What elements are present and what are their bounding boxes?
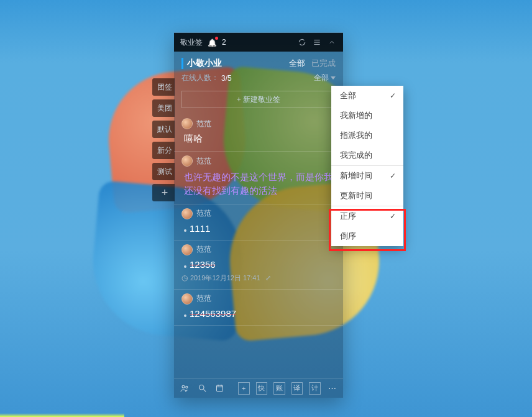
category-tab[interactable]: 默认 <box>152 121 175 138</box>
author-name: 范范 <box>196 156 211 167</box>
header-row: 小敬小业 全部 已完成 <box>174 52 343 71</box>
dropdown-item-label: 指派我的 <box>340 130 372 141</box>
avatar <box>181 208 193 219</box>
note-body: 124563987 <box>181 308 336 319</box>
note-item[interactable]: 范范123562019年12月12日 17:41⤢ <box>174 241 343 290</box>
filter-dropdown-menu: 全部✓我新增的指派我的我完成的新增时间✓更新时间正序✓倒序 <box>331 86 403 246</box>
note-item[interactable]: 范范124563987 <box>174 290 343 326</box>
svg-line-6 <box>203 389 206 392</box>
online-label: 在线人数： <box>181 73 219 83</box>
note-body: 嘻哈 <box>181 133 336 145</box>
tab-all[interactable]: 全部 <box>289 58 305 69</box>
note-body: 12356 <box>181 259 336 270</box>
category-tab[interactable]: 美团 <box>152 99 175 117</box>
new-note-label: + 新建敬业签 <box>237 94 280 105</box>
filter-label: 全部 <box>314 73 329 83</box>
team-name: 小敬小业 <box>181 58 222 69</box>
more-icon[interactable] <box>327 382 338 395</box>
author-name: 范范 <box>196 293 211 304</box>
expand-icon[interactable]: ⤢ <box>265 274 271 282</box>
note-author-row: 范范 <box>181 293 336 305</box>
category-tab[interactable]: 团签 <box>152 78 175 96</box>
search-icon[interactable] <box>196 382 208 395</box>
dropdown-group: 新增时间✓更新时间 <box>331 165 403 206</box>
app-titlebar: 敬业签 2 <box>174 33 343 52</box>
svg-point-5 <box>200 385 204 390</box>
avatar <box>181 155 193 167</box>
dropdown-item[interactable]: 指派我的 <box>331 126 403 145</box>
author-name: 范范 <box>196 119 211 129</box>
dropdown-item[interactable]: 更新时间 <box>331 186 403 206</box>
add-category-tab[interactable]: + <box>152 184 175 201</box>
avatar <box>181 293 193 305</box>
check-icon: ✓ <box>390 212 396 221</box>
note-author-row: 范范 <box>181 208 336 219</box>
dropdown-group: 正序✓倒序 <box>331 206 403 246</box>
caret-down-icon <box>331 76 336 80</box>
footer-toolbar: + 快账译计 <box>174 378 343 398</box>
note-timestamp: 2019年12月12日 17:41⤢ <box>181 273 336 283</box>
category-tab[interactable]: 测试 <box>152 163 175 180</box>
check-icon: ✓ <box>390 91 396 100</box>
svg-rect-7 <box>217 385 223 391</box>
notification-icon[interactable] <box>208 38 217 47</box>
category-tab[interactable]: 新分 <box>152 142 175 159</box>
dropdown-item-label: 倒序 <box>340 231 356 242</box>
author-name: 范范 <box>196 208 211 219</box>
note-body: 1111 <box>181 223 336 234</box>
app-title: 敬业签 <box>180 37 203 48</box>
bullet-dot-icon <box>184 314 186 317</box>
dropdown-item[interactable]: 新增时间✓ <box>331 166 403 186</box>
bullet-dot-icon <box>184 229 186 232</box>
collapse-icon[interactable] <box>327 37 337 47</box>
note-author-row: 范范 <box>181 118 336 129</box>
note-item[interactable]: 范范也许无趣的不是这个世界，而是你我还没有找到有趣的活法 <box>174 152 343 204</box>
footer-box-计[interactable]: 计 <box>309 382 321 395</box>
note-item[interactable]: 范范嘻哈 <box>174 114 343 152</box>
add-box-icon[interactable]: + <box>238 382 250 395</box>
author-name: 范范 <box>196 244 211 255</box>
svg-point-4 <box>186 386 188 388</box>
avatar <box>181 118 193 129</box>
note-body: 也许无趣的不是这个世界，而是你我还没有找到有趣的活法 <box>181 170 336 198</box>
dropdown-item[interactable]: 正序✓ <box>331 206 403 226</box>
menu-icon[interactable] <box>312 37 322 47</box>
dropdown-item-label: 我完成的 <box>340 150 372 161</box>
app-window: 敬业签 2 小敬小业 全部 已完成 在线人数： 3/5 全部 + 新建敬业签 范… <box>174 32 343 398</box>
clock-icon <box>181 273 188 282</box>
dropdown-item[interactable]: 我新增的 <box>331 106 403 126</box>
dropdown-item-label: 更新时间 <box>340 190 372 201</box>
dropdown-item[interactable]: 全部✓ <box>331 86 403 106</box>
notification-count: 2 <box>222 38 226 47</box>
bullet-dot-icon <box>184 265 186 268</box>
dropdown-item-label: 新增时间 <box>340 170 372 181</box>
calendar-icon[interactable] <box>214 382 226 395</box>
footer-box-译[interactable]: 译 <box>291 382 303 395</box>
svg-point-3 <box>182 385 185 388</box>
category-tabs: 团签美团默认新分测试+ <box>152 78 175 201</box>
dropdown-item-label: 我新增的 <box>340 110 372 121</box>
dropdown-item-label: 正序 <box>340 211 356 222</box>
check-icon: ✓ <box>390 172 396 180</box>
sub-header: 在线人数： 3/5 全部 <box>174 71 343 88</box>
footer-box-快[interactable]: 快 <box>256 382 268 395</box>
dropdown-item[interactable]: 倒序 <box>331 226 403 246</box>
dropdown-item[interactable]: 我完成的 <box>331 145 403 165</box>
note-author-row: 范范 <box>181 155 336 167</box>
dropdown-item-label: 全部 <box>340 90 356 101</box>
note-item[interactable]: 范范1111 <box>174 204 343 241</box>
filter-dropdown-trigger[interactable]: 全部 <box>314 73 336 83</box>
dropdown-group: 全部✓我新增的指派我的我完成的 <box>331 86 403 165</box>
footer-box-账[interactable]: 账 <box>273 382 285 395</box>
avatar <box>181 244 193 255</box>
sync-icon[interactable] <box>297 37 307 47</box>
taskbar-glow <box>0 413 124 417</box>
tab-done[interactable]: 已完成 <box>311 58 336 69</box>
note-list: 范范嘻哈范范也许无趣的不是这个世界，而是你我还没有找到有趣的活法范范1111范范… <box>174 114 343 378</box>
members-icon[interactable] <box>179 382 190 395</box>
note-author-row: 范范 <box>181 244 336 255</box>
new-note-button[interactable]: + 新建敬业签 <box>181 91 336 108</box>
online-count: 3/5 <box>221 74 232 83</box>
